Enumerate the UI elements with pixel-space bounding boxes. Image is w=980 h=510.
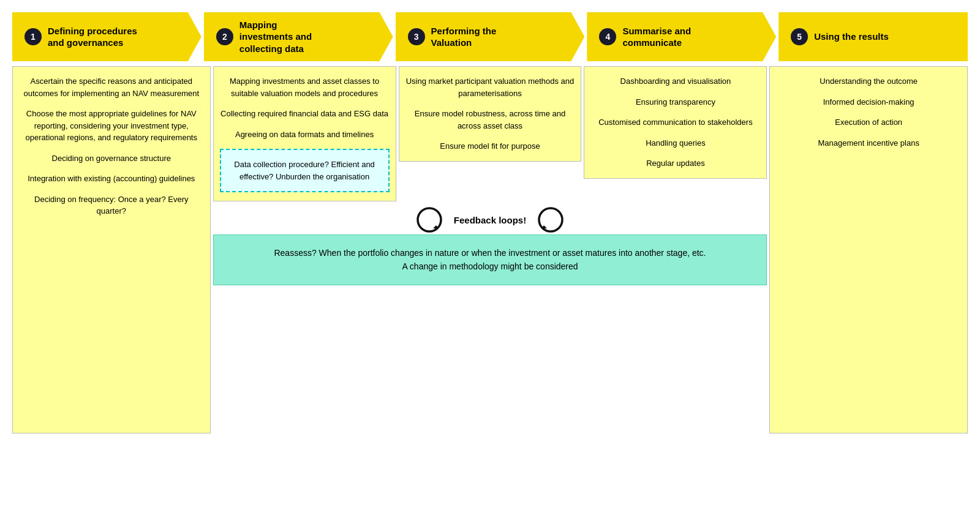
arrow-5: 5 Using the results [778,12,968,61]
col4-item-4: Handling queries [590,137,760,149]
arrow-title-2: Mapping investments and collecting data [239,19,312,55]
arrow-4: 4 Summarise and communicate [587,12,776,61]
col2-item-1: Mapping investments and asset classes to… [220,75,390,99]
col3-item-3: Ensure model fit for purpose [405,140,575,152]
column-3-wrapper: Using market participant valuation metho… [399,66,582,201]
col1-item-1: Ascertain the specific reasons and antic… [19,75,204,99]
arrow-title-1: Defining procedures and governances [48,25,137,49]
dashed-data-collection-box: Data collection procedure? Efficient and… [220,149,390,192]
arrow-row: 1 Defining procedures and governances 2 … [12,12,968,61]
column-4: Dashboarding and visualisation Ensuring … [584,66,767,179]
arrow-number-5: 5 [791,28,808,45]
col4-item-1: Dashboarding and visualisation [590,75,760,88]
col5-item-4: Management incentive plans [776,137,961,149]
col1-item-3: Deciding on governance structure [19,152,204,165]
arrow-title-4: Summarise and communicate [622,25,691,49]
feedback-label: Feedback loops! [454,215,526,225]
reassess-text: Reassess? When the portfolio changes in … [274,248,706,271]
dashed-box-text: Data collection procedure? Efficient and… [234,160,375,181]
arrow-title-3: Performing the Valuation [431,25,497,49]
arrow-number-3: 3 [408,28,425,45]
arrow-number-4: 4 [599,28,616,45]
col5-item-2: Informed decision-making [776,96,961,108]
col1-item-5: Deciding on frequency: Once a year? Ever… [19,193,204,217]
col1-item-4: Integration with existing (accounting) g… [19,173,204,185]
col2-item-2: Collecting required financial data and E… [220,108,390,120]
column-4-wrapper: Dashboarding and visualisation Ensuring … [584,66,767,201]
arrow-number-1: 1 [24,28,42,45]
col5-item-3: Execution of action [776,116,961,129]
diagram-wrapper: 1 Defining procedures and governances 2 … [12,12,968,433]
col4-item-3: Customised communication to stakeholders [590,116,760,129]
arrow-1: 1 Defining procedures and governances [12,12,202,61]
arrow-3: 3 Performing the Valuation [396,12,585,61]
col5-item-1: Understanding the outcome [776,75,961,88]
col3-item-1: Using market participant valuation metho… [405,75,575,99]
arrow-title-5: Using the results [814,31,889,43]
left-loop-circle-icon [415,205,444,234]
right-loop-circle-icon [536,205,565,234]
col3-item-2: Ensure model robustness, across time and… [405,108,575,132]
column-2-upper: Mapping investments and asset classes to… [213,66,396,201]
reassess-box: Reassess? When the portfolio changes in … [213,234,767,285]
arrow-number-2: 2 [216,28,233,45]
col2-item-3: Agreeing on data formats and timelines [220,129,390,141]
column-1: Ascertain the specific reasons and antic… [12,66,211,433]
column-5: Understanding the outcome Informed decis… [769,66,968,433]
column-2-wrapper: Mapping investments and asset classes to… [213,66,396,201]
feedback-loops-bar: Feedback loops! [213,201,767,234]
col1-item-2: Choose the most appropriate guidelines f… [19,108,204,144]
col4-item-5: Regular updates [590,157,760,170]
col4-item-2: Ensuring transparency [590,96,760,108]
column-3: Using market participant valuation metho… [399,66,582,162]
arrow-2: 2 Mapping investments and collecting dat… [204,12,393,61]
